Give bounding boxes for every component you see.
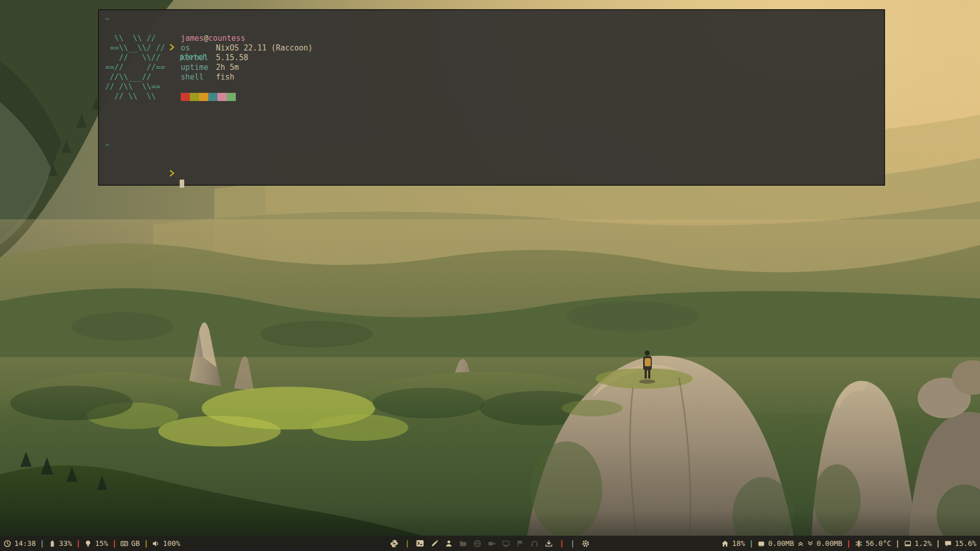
laptop-icon (904, 540, 912, 547)
person-icon (445, 540, 453, 547)
launcher-web[interactable] (474, 540, 481, 547)
launcher-camera[interactable] (488, 540, 496, 547)
palette-swatch (208, 93, 217, 101)
launcher-user[interactable] (445, 540, 453, 547)
launcher-terminal[interactable] (416, 539, 424, 547)
globe-icon (474, 540, 481, 547)
network-icon (757, 540, 765, 547)
fetch-label: kernel (181, 53, 216, 63)
fetch-label: uptime (181, 63, 216, 72)
palette-swatch (199, 93, 208, 101)
battery-icon (48, 540, 56, 547)
fetch-label: shell (181, 72, 216, 82)
speaker-icon (152, 540, 160, 547)
chat-bubble-icon (944, 540, 952, 547)
snowflake-icon (855, 540, 863, 547)
cwd-line: ~ (105, 14, 884, 24)
fetch-value: NixOS 22.11 (Raccoon) (216, 43, 313, 53)
upload-arrows-icon (797, 540, 804, 547)
network-indicator[interactable]: 0.00MB0.00MB (757, 539, 842, 547)
bar-separator: | (895, 539, 899, 547)
brightness-indicator[interactable]: 15% (84, 539, 108, 547)
pencil-icon (431, 540, 438, 547)
keyboard-icon (120, 540, 128, 547)
palette-swatch (227, 93, 236, 101)
status-bar: 14:38|33%|15%|GB|100% ||| 18%|0.00MB0.00… (0, 536, 980, 551)
fetch-row-shell: shellfish (181, 72, 313, 82)
bar-separator: | (144, 539, 148, 547)
lightbulb-icon (84, 540, 92, 547)
bar-separator: | (76, 539, 80, 547)
status-bar-left: 14:38|33%|15%|GB|100% (4, 536, 180, 551)
prompt-line: pfetch (105, 24, 884, 34)
screen-icon (502, 540, 510, 547)
clock-indicator-value: 14:38 (14, 539, 36, 547)
fetch-value: 2h 5m (216, 63, 239, 72)
temperature-indicator-value: 56.0°C (866, 539, 892, 547)
keyboard-layout-indicator[interactable]: GB (120, 539, 140, 547)
flag-icon (517, 540, 524, 547)
volume-indicator-value: 100% (163, 539, 180, 547)
bar-separator: | (571, 539, 575, 547)
launcher-editor[interactable] (431, 540, 438, 547)
fetch-user: james (181, 34, 204, 43)
launcher-chat[interactable] (517, 540, 524, 547)
palette-swatch (181, 93, 190, 101)
volume-indicator[interactable]: 100% (152, 539, 180, 547)
prompt-chevron-icon (133, 160, 175, 189)
bar-separator: | (40, 539, 44, 547)
fetch-row-kernel: kernel5.15.58 (181, 53, 313, 63)
color-palette (181, 92, 313, 102)
temperature-indicator[interactable]: 56.0°C (855, 539, 892, 547)
launcher-settings[interactable] (581, 539, 590, 548)
bar-separator: | (846, 539, 850, 547)
fetch-label: os (181, 43, 216, 53)
folder-icon (459, 540, 467, 547)
launcher-files[interactable] (459, 540, 467, 547)
memory-indicator[interactable]: 15.6% (944, 539, 976, 547)
cwd-line: ~ (105, 140, 884, 150)
prompt-line-current[interactable] (105, 150, 884, 160)
pfetch-output: \\ \\ // ==\\__\\/ // // \\// ==// //== … (105, 34, 884, 102)
palette-swatch (217, 93, 227, 101)
bar-separator: | (405, 539, 409, 547)
home-icon (721, 540, 729, 547)
palette-swatch (190, 93, 199, 101)
bar-separator: | (559, 539, 564, 547)
download-arrows-icon (807, 540, 814, 547)
text-cursor (180, 180, 184, 188)
download-icon (545, 540, 553, 547)
launcher-python[interactable] (390, 539, 399, 548)
fetch-value: fish (216, 72, 234, 82)
launcher-music[interactable] (531, 540, 538, 547)
python-icon (390, 539, 399, 548)
fetch-user-host: james@countess (181, 34, 313, 43)
fetch-host: countess (208, 34, 245, 43)
gear-icon (581, 539, 590, 548)
fetch-row-uptime: uptime2h 5m (181, 63, 313, 72)
network-indicator-value: 0.00MB (768, 539, 794, 547)
desktop: ~ pfetch \\ \\ // ==\\__\\/ // // \\// =… (0, 0, 980, 551)
nixos-ascii-logo: \\ \\ // ==\\__\\/ // // \\// ==// //== … (105, 34, 181, 102)
brightness-indicator-value: 15% (95, 539, 108, 547)
fetch-at: @ (204, 34, 208, 43)
terminal-window[interactable]: ~ pfetch \\ \\ // ==\\__\\/ // // \\// =… (98, 9, 885, 186)
launcher-downloads[interactable] (545, 540, 553, 547)
home-usage-indicator-value: 18% (732, 539, 745, 547)
battery-indicator-value: 33% (59, 539, 72, 547)
bar-separator: | (936, 539, 940, 547)
cpu-indicator[interactable]: 1.2% (904, 539, 932, 547)
fetch-row-os: osNixOS 22.11 (Raccoon) (181, 43, 313, 53)
launcher-screen[interactable] (502, 540, 510, 547)
keyboard-layout-indicator-value: GB (131, 539, 140, 547)
home-usage-indicator[interactable]: 18% (721, 539, 745, 547)
clock-icon (4, 540, 11, 547)
camera-icon (488, 540, 496, 547)
terminal-icon (416, 539, 424, 547)
battery-indicator[interactable]: 33% (48, 539, 72, 547)
bar-separator: | (112, 539, 116, 547)
status-bar-center: ||| (390, 536, 590, 551)
fetch-value: 5.15.58 (216, 53, 248, 62)
clock-indicator[interactable]: 14:38 (4, 539, 36, 547)
status-bar-right: 18%|0.00MB0.00MB|56.0°C|1.2%|15.6% (721, 536, 976, 551)
